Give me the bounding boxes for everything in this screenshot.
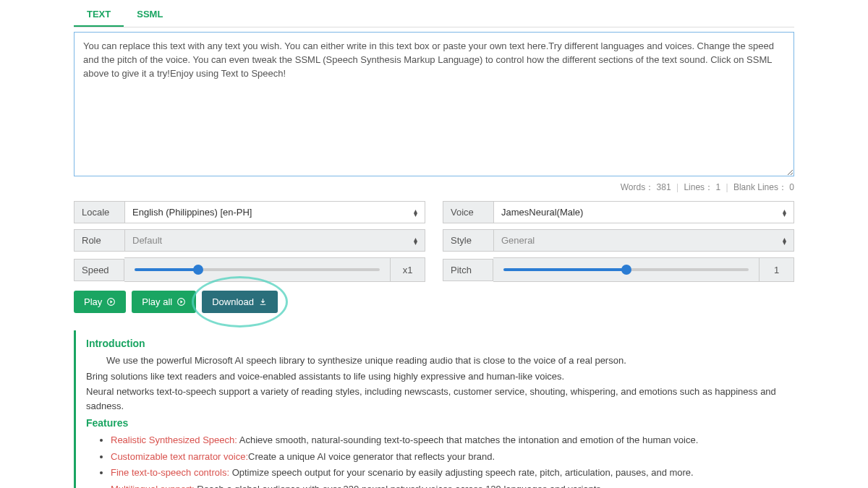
play-circle-icon	[106, 297, 116, 307]
blank-lines-label: Blank Lines：	[733, 182, 787, 192]
role-select[interactable]: Default ▴▾	[124, 229, 425, 252]
download-button-label: Download	[212, 296, 254, 307]
list-item: Multilingual support: Reach a global aud…	[111, 482, 794, 489]
pitch-slider[interactable]	[503, 268, 749, 271]
download-icon	[258, 297, 268, 307]
locale-label: Locale	[74, 201, 124, 223]
play-all-button-label: Play all	[142, 296, 172, 307]
play-button[interactable]: Play	[74, 291, 126, 313]
intro-p3: Neural networks text-to-speech support a…	[86, 385, 794, 413]
chevron-updown-icon: ▴▾	[414, 237, 417, 244]
speed-slider[interactable]	[135, 268, 380, 271]
voice-label: Voice	[443, 201, 493, 223]
play-all-button[interactable]: Play all	[132, 291, 196, 313]
list-item-text: Achieve smooth, natural-sounding text-to…	[237, 435, 698, 445]
list-item-highlight: Realistic Synthesized Speech:	[111, 435, 237, 445]
list-item-highlight: Multilingual support:	[111, 484, 195, 489]
lines-label: Lines：	[684, 182, 713, 192]
style-select[interactable]: General ▴▾	[493, 229, 794, 252]
role-value: Default	[132, 235, 162, 246]
list-item: Fine text-to-speech controls: Optimize s…	[111, 466, 794, 480]
voice-value: JamesNeural(Male)	[501, 207, 583, 218]
tab-text[interactable]: TEXT	[74, 3, 124, 27]
words-label: Words：	[621, 182, 654, 192]
chevron-updown-icon: ▴▾	[783, 237, 786, 244]
text-stats: Words： 381 | Lines： 1 | Blank Lines： 0	[74, 181, 794, 194]
pitch-value: 1	[760, 257, 794, 282]
chevron-updown-icon: ▴▾	[783, 209, 786, 216]
download-button[interactable]: Download	[202, 291, 278, 313]
list-item-highlight: Customizable text narrator voice:	[111, 451, 248, 462]
style-label: Style	[443, 229, 493, 252]
list-item-text: Create a unique AI voice generator that …	[248, 451, 495, 462]
intro-heading: Introduction	[86, 338, 794, 349]
list-item-text: Optimize speech output for your scenario…	[229, 467, 694, 478]
play-circle-icon	[176, 297, 186, 307]
lines-value: 1	[715, 182, 720, 192]
role-label: Role	[74, 229, 124, 252]
blank-lines-value: 0	[789, 182, 794, 192]
words-value: 381	[657, 182, 671, 192]
voice-select[interactable]: JamesNeural(Male) ▴▾	[493, 201, 794, 223]
intro-p1: We use the powerful Microsoft AI speech …	[86, 354, 794, 368]
pitch-label: Pitch	[443, 259, 493, 281]
tts-text-input[interactable]	[74, 32, 794, 176]
locale-select[interactable]: English (Philippines) [en-PH] ▴▾	[124, 201, 425, 223]
chevron-updown-icon: ▴▾	[414, 209, 417, 216]
features-list: Realistic Synthesized Speech: Achieve sm…	[86, 433, 794, 488]
list-item-highlight: Fine text-to-speech controls:	[111, 467, 229, 478]
style-value: General	[501, 235, 535, 246]
tab-ssml[interactable]: SSML	[124, 3, 176, 27]
list-item-text: Reach a global audience with over 330 ne…	[195, 484, 604, 489]
locale-value: English (Philippines) [en-PH]	[132, 207, 252, 218]
list-item: Customizable text narrator voice:Create …	[111, 450, 794, 464]
input-mode-tabs: TEXT SSML	[74, 3, 794, 27]
speed-value: x1	[391, 257, 425, 282]
intro-p2: Bring solutions like text readers and vo…	[86, 369, 794, 384]
list-item: Realistic Synthesized Speech: Achieve sm…	[111, 433, 794, 448]
play-button-label: Play	[84, 296, 102, 307]
speed-label: Speed	[74, 259, 124, 281]
features-heading: Features	[86, 417, 794, 429]
